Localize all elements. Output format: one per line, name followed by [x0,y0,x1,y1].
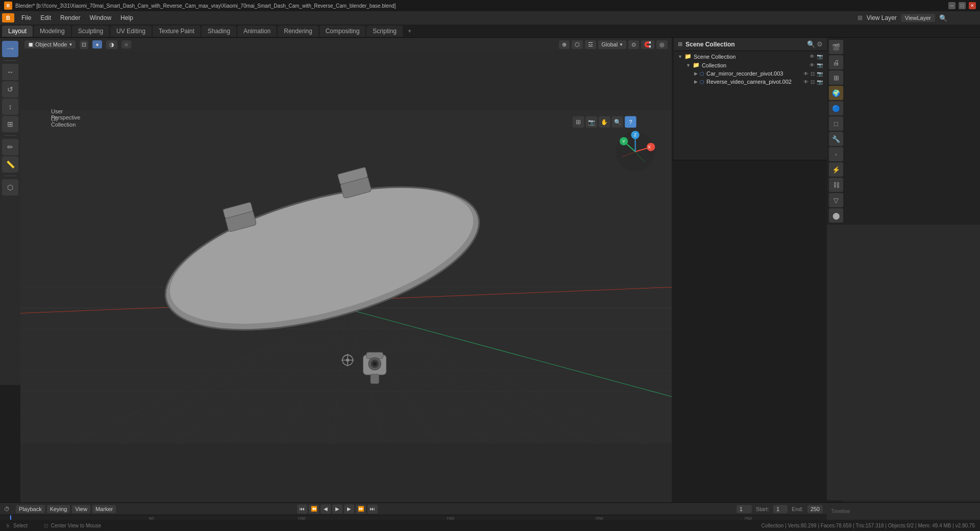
tab-uv-editing[interactable]: UV Editing [110,26,152,37]
svg-text:⊞: ⊞ [576,118,581,126]
prop-constraints-icon[interactable]: ⛓ [829,178,843,192]
tool-transform[interactable]: ⊞ [2,116,18,132]
outliner-settings-icon[interactable]: ⚙ [817,40,823,48]
tool-move[interactable]: ↔ [2,64,18,80]
xray-toggle[interactable]: ☲ [585,40,596,49]
tool-select[interactable]: ⭢ [2,41,18,57]
collection-icons: 👁 📷 [810,62,823,68]
minimize-button[interactable]: ─ [948,2,955,9]
snap-toggle[interactable]: 🧲 [641,40,654,49]
playback-menu[interactable]: Playback [16,505,45,513]
tab-modeling[interactable]: Modeling [34,26,71,37]
tab-shading[interactable]: Shading [202,26,236,37]
viewport-shading-render[interactable]: ○ [121,40,131,49]
render-icon[interactable]: 📷 [817,54,823,59]
tool-measure[interactable]: 📏 [2,156,18,173]
prop-view-layer-icon[interactable]: ⊞ [829,70,843,85]
marker-menu[interactable]: Marker [92,505,116,513]
outliner-filter-icon[interactable]: 🔍 [807,40,815,48]
car-mirror-select[interactable]: ⊡ [811,71,815,77]
tab-scripting[interactable]: Scripting [366,26,403,37]
start-frame[interactable]: 1 [773,505,788,513]
car-mirror-item[interactable]: ▶ ⬡ Car_mirror_recorder_pivot.003 👁 ⊡ 📷 [690,69,827,78]
viewport-3d[interactable]: User Perspective (1) Collection [20,51,672,502]
viewport-shading-wireframe[interactable]: ⊡ [80,40,88,49]
next-keyframe-button[interactable]: ⏩ [356,504,366,514]
reverse-cam-select[interactable]: ⊡ [811,79,815,85]
viewlayer-search[interactable]: 🔍 [939,14,947,22]
prop-particles-icon[interactable]: ◦ [829,147,843,161]
gizmo-toggle[interactable]: ⊕ [559,40,570,49]
timeline-right-status: Timeline [827,502,980,520]
reverse-cam-visibility[interactable]: 👁 [803,79,808,85]
current-frame[interactable]: 1 [737,505,752,513]
reverse-cam-render[interactable]: 📷 [817,79,823,85]
overlay-toggle[interactable]: ⬡ [572,40,583,49]
menu-help[interactable]: Help [116,13,137,22]
reverse-cam-item[interactable]: ▶ ⬡ Reverse_video_camera_pivot.002 👁 ⊡ 📷 [690,78,827,86]
right-properties-panel: 🎬 🖨 ⊞ 🌍 🔵 □ 🔧 ◦ ⚡ ⛓ ▽ ⬤ [827,38,980,500]
status-center: ⊡ Center View to Mouse [44,523,101,528]
menu-file[interactable]: File [17,13,35,22]
tab-sculpting[interactable]: Sculpting [72,26,109,37]
svg-text:📷: 📷 [588,118,595,126]
tab-animation[interactable]: Animation [237,26,277,37]
proportional-edit[interactable]: ◎ [656,40,668,49]
prop-scene-icon[interactable]: 🌍 [829,86,843,100]
prop-world-icon[interactable]: 🔵 [829,101,843,115]
prev-keyframe-button[interactable]: ⏪ [309,504,319,514]
timeline-icon: ⏱ [4,506,10,512]
close-button[interactable]: ✕ [969,2,976,9]
outliner-title: Scene Collection [685,41,735,48]
tab-rendering[interactable]: Rendering [278,26,318,37]
prop-physics-icon[interactable]: ⚡ [829,162,843,177]
prop-material-icon[interactable]: ⬤ [829,208,843,223]
menu-render[interactable]: Render [56,13,84,22]
car-mirror-render[interactable]: 📷 [817,71,823,77]
tool-rotate[interactable]: ↺ [2,81,18,98]
play-button[interactable]: ▶ [332,504,342,514]
keying-menu[interactable]: Keying [47,505,70,513]
tab-texture-paint[interactable]: Texture Paint [153,26,201,37]
tool-add[interactable]: ⬡ [2,179,18,196]
tool-scale[interactable]: ↕ [2,99,18,115]
viewlayer-icon: ⊞ [857,14,863,21]
prop-output-icon[interactable]: 🖨 [829,55,843,69]
scene-collection-item[interactable]: ▼ 📁 Scene Collection 👁 📷 [674,52,827,61]
view-menu[interactable]: View [72,505,90,513]
collection-render-icon[interactable]: 📷 [817,62,823,68]
reverse-cam-icons: 👁 ⊡ 📷 [803,79,823,85]
tool-annotate[interactable]: ✏ [2,139,18,155]
end-frame[interactable]: 250 [807,505,823,513]
next-frame-button[interactable]: ▶ [344,504,354,514]
menu-edit[interactable]: Edit [36,13,55,22]
collection-visibility-icon[interactable]: 👁 [810,62,815,68]
jump-end-button[interactable]: ⏭ [368,504,378,514]
maximize-button[interactable]: □ [959,2,966,9]
viewport-shading-solid[interactable]: ● [92,40,102,49]
visibility-icon[interactable]: 👁 [810,54,815,59]
menu-window[interactable]: Window [85,13,115,22]
tool-separator-3 [4,176,16,176]
tab-layout[interactable]: Layout [2,26,33,37]
jump-start-button[interactable]: ⏮ [297,504,307,514]
viewlayer-name[interactable]: ViewLayer [901,14,935,22]
transform-orient[interactable]: Global ▼ [598,40,626,49]
prop-render-icon[interactable]: 🎬 [829,40,843,54]
prev-frame-button[interactable]: ◀ [321,504,331,514]
prop-modifier-icon[interactable]: 🔧 [829,132,843,146]
add-workspace-button[interactable]: + [404,26,415,37]
viewport-shading-material[interactable]: ◑ [106,40,117,49]
prop-data-icon[interactable]: ▽ [829,193,843,207]
car-mirror-visibility[interactable]: 👁 [803,71,808,77]
start-label: Start: [756,506,769,512]
mode-selector[interactable]: 🔲 Object Mode ▼ [24,40,76,49]
tab-compositing[interactable]: Compositing [320,26,366,37]
blender-logo[interactable]: B [2,13,14,22]
prop-object-icon[interactable]: □ [829,116,843,131]
car-mirror-expand: ▶ [694,71,698,76]
collection-item[interactable]: ▼ 📁 Collection 👁 📷 [682,61,827,69]
timeline-controls-left: Playback Keying View Marker [16,505,116,513]
pivot-point[interactable]: ⊙ [628,40,639,49]
viewport-header: 🔲 Object Mode ▼ ⊡ ● ◑ ○ ⊕ ⬡ ☲ Global ▼ ⊙… [20,38,672,51]
